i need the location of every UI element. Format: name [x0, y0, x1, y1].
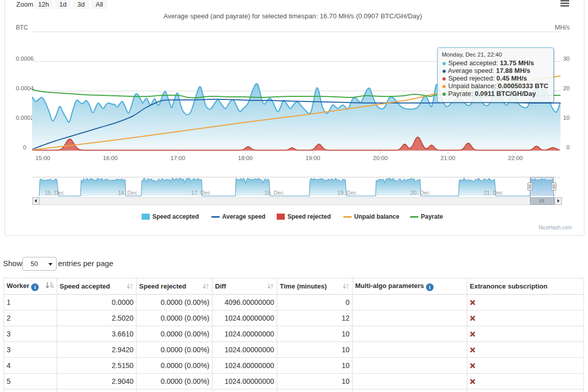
svg-text:17. Dec: 17. Dec: [191, 190, 210, 196]
svg-text:Average speed (and payrate) fo: Average speed (and payrate) for selected…: [164, 12, 422, 20]
svg-text:21:00: 21:00: [441, 155, 456, 161]
svg-text:20. Dec: 20. Dec: [411, 190, 430, 196]
svg-text:Zoom: Zoom: [16, 1, 33, 8]
svg-text:22:00: 22:00: [508, 155, 523, 161]
svg-text:0: 0: [23, 144, 26, 150]
svg-text:18. Dec: 18. Dec: [264, 190, 284, 196]
svg-text:0.0002: 0.0002: [16, 115, 34, 121]
svg-text:16. Dec: 16. Dec: [118, 190, 138, 196]
svg-text:30: 30: [563, 56, 570, 62]
svg-text:21. Dec: 21. Dec: [484, 190, 503, 196]
svg-text:MH/s: MH/s: [555, 24, 570, 31]
svg-text:0.0004: 0.0004: [16, 85, 34, 91]
svg-text:16:00: 16:00: [103, 155, 118, 161]
svg-text:3d: 3d: [77, 1, 85, 8]
svg-text:20: 20: [563, 85, 570, 91]
svg-text:10: 10: [563, 115, 570, 121]
svg-text:1d: 1d: [59, 1, 66, 8]
svg-text:19. Dec: 19. Dec: [337, 190, 357, 196]
svg-text:15. Dec: 15. Dec: [45, 190, 64, 196]
svg-text:0.0006: 0.0006: [16, 56, 34, 62]
svg-text:12h: 12h: [38, 1, 49, 8]
svg-text:19:00: 19:00: [306, 155, 320, 161]
svg-text:20:00: 20:00: [373, 155, 388, 161]
svg-text:17:00: 17:00: [171, 155, 185, 161]
svg-text:BTC: BTC: [16, 24, 28, 31]
svg-text:15:00: 15:00: [36, 155, 50, 161]
svg-text:18:00: 18:00: [238, 155, 253, 161]
svg-text:0: 0: [567, 144, 570, 150]
svg-text:All: All: [96, 1, 103, 8]
